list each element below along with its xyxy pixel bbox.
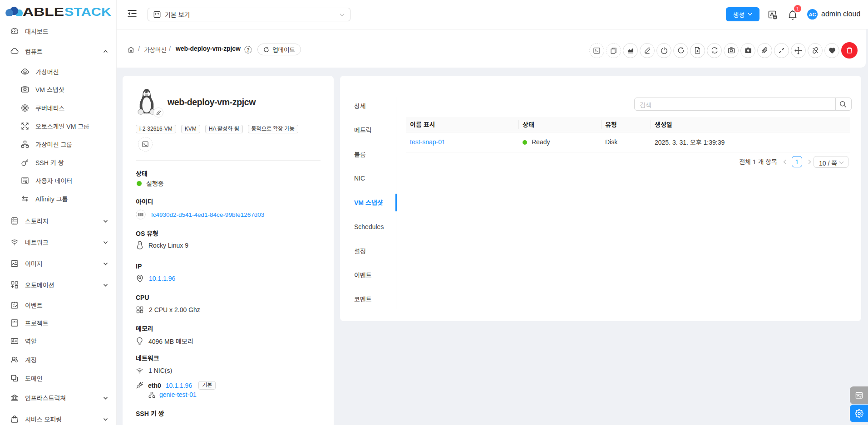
svg-text:ABLE: ABLE bbox=[23, 6, 64, 17]
svg-text:STACK: STACK bbox=[64, 6, 111, 17]
